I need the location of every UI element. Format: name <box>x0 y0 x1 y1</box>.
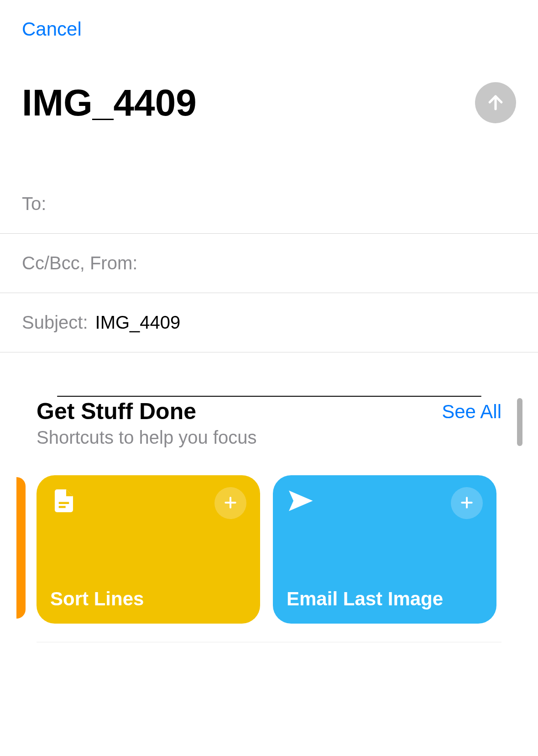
section-header: Get Stuff Done Shortcuts to help you foc… <box>37 398 501 448</box>
to-label: To: <box>22 194 46 214</box>
send-button[interactable] <box>475 82 516 123</box>
ccbcc-from-row[interactable]: Cc/Bcc, From: <box>0 234 538 293</box>
subject-row[interactable]: Subject: IMG_4409 <box>0 293 538 352</box>
ccbcc-from-label: Cc/Bcc, From: <box>22 253 137 273</box>
to-input[interactable] <box>53 194 516 214</box>
subject-label: Subject: <box>22 312 88 333</box>
svg-rect-1 <box>59 502 69 504</box>
section-title: Get Stuff Done <box>37 398 257 425</box>
subject-value: IMG_4409 <box>95 312 516 333</box>
cancel-button[interactable]: Cancel <box>22 18 82 40</box>
compose-fields: To: Cc/Bcc, From: Subject: IMG_4409 <box>0 174 538 352</box>
card-top <box>287 487 483 519</box>
svg-rect-2 <box>59 506 66 508</box>
compose-title: IMG_4409 <box>22 81 197 124</box>
send-icon <box>287 487 314 514</box>
shortcut-card-label: Sort Lines <box>50 588 246 610</box>
shortcut-card-sort-lines[interactable]: Sort Lines <box>37 475 260 624</box>
card-top <box>50 487 246 519</box>
see-all-button[interactable]: See All <box>442 401 501 423</box>
shortcut-card-email-last-image[interactable]: Email Last Image <box>273 475 496 624</box>
plus-icon <box>460 495 474 511</box>
to-field-row[interactable]: To: <box>0 174 538 234</box>
scroll-indicator[interactable] <box>517 398 522 446</box>
previous-card-peek[interactable] <box>16 477 26 619</box>
section-subtitle: Shortcuts to help you focus <box>37 427 257 448</box>
add-shortcut-button[interactable] <box>214 487 246 519</box>
shortcut-card-label: Email Last Image <box>287 588 483 610</box>
title-row: IMG_4409 <box>0 81 538 124</box>
header-row: Cancel <box>0 18 538 40</box>
shortcut-cards-row: Sort Lines <box>37 475 501 642</box>
document-icon <box>50 487 78 514</box>
section-title-block: Get Stuff Done Shortcuts to help you foc… <box>37 398 257 448</box>
panel-grabber[interactable] <box>57 396 481 397</box>
compose-sheet: Cancel IMG_4409 To: Cc/Bcc, From: Subjec… <box>0 0 538 756</box>
add-shortcut-button[interactable] <box>451 487 483 519</box>
shortcuts-panel: Get Stuff Done Shortcuts to help you foc… <box>0 398 538 642</box>
plus-icon <box>223 495 238 511</box>
arrow-up-icon <box>486 92 506 114</box>
